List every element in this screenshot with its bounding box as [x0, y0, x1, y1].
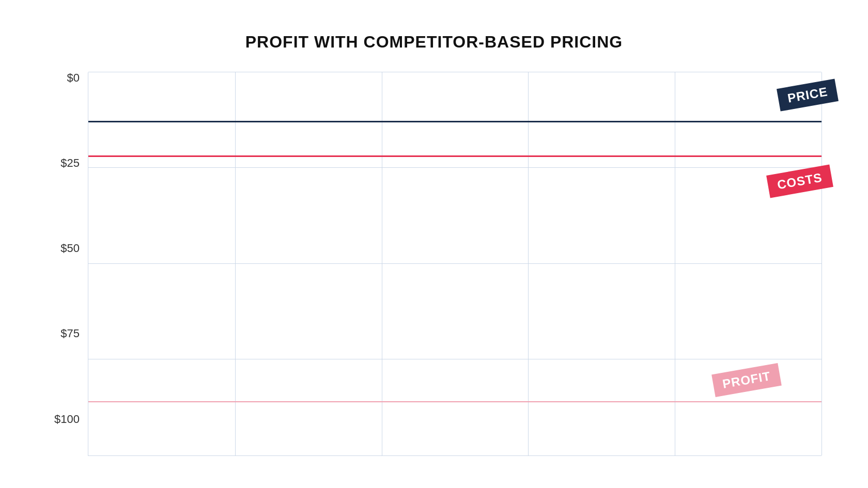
chart-plot: PRICE COSTS PROFIT 2 4 6 8 10	[88, 72, 822, 456]
profit-line	[88, 401, 822, 403]
chart-title: PROFIT WITH COMPETITOR-BASED PRICING	[245, 33, 623, 52]
grid-v-3	[528, 72, 529, 455]
y-label-2: $50	[60, 243, 80, 254]
chart-container: PROFIT WITH COMPETITOR-BASED PRICING $10…	[47, 33, 822, 456]
grid-h-3	[88, 167, 822, 168]
grid-h-1	[88, 359, 822, 359]
grid-v-5	[822, 72, 822, 455]
y-label-4: $0	[67, 72, 80, 84]
y-label-0: $100	[54, 414, 80, 425]
profit-label: PROFIT	[711, 363, 782, 397]
grid-h-2	[88, 263, 822, 264]
y-axis: $100 $75 $50 $25 $0	[47, 72, 88, 456]
y-label-3: $25	[60, 158, 80, 169]
y-label-1: $75	[60, 328, 80, 339]
grid-v-4	[675, 72, 675, 455]
costs-label: COSTS	[766, 164, 833, 198]
grid-v-2	[382, 72, 382, 455]
chart-area: $100 $75 $50 $25 $0	[47, 72, 822, 456]
price-line	[88, 121, 822, 122]
costs-line	[88, 155, 822, 157]
price-label: PRICE	[777, 78, 839, 111]
grid-h-4	[88, 72, 822, 72]
grid-v-1	[235, 72, 236, 455]
